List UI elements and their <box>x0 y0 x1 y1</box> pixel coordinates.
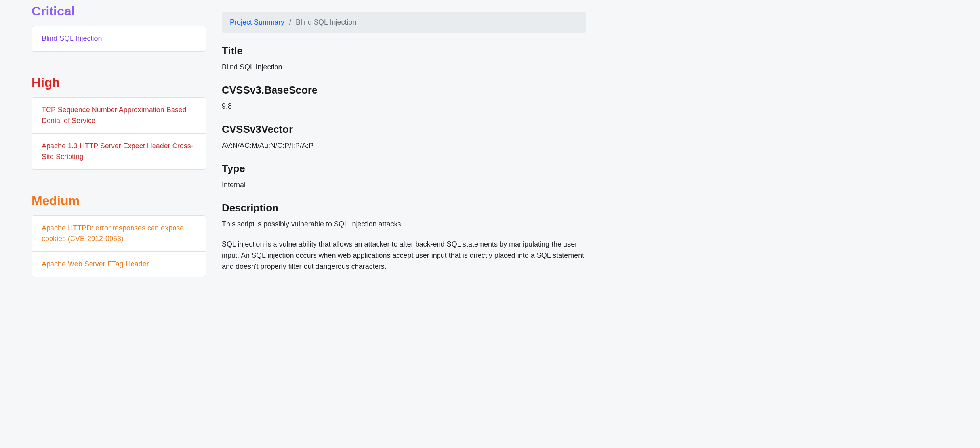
detail-basescore-value: 9.8 <box>222 101 586 112</box>
detail-title-label: Title <box>222 45 586 57</box>
detail-vector-value: AV:N/AC:M/Au:N/C:P/I:P/A:P <box>222 140 586 151</box>
detail-title-value: Blind SQL Injection <box>222 62 586 73</box>
vuln-list-high: TCP Sequence Number Approximation Based … <box>32 97 206 170</box>
vuln-item[interactable]: Blind SQL Injection <box>32 26 206 51</box>
breadcrumb: Project Summary / Blind SQL Injection <box>222 12 586 33</box>
vuln-item[interactable]: TCP Sequence Number Approximation Based … <box>32 98 206 134</box>
severity-section-medium: Medium Apache HTTPD: error responses can… <box>32 193 206 277</box>
severity-heading-medium: Medium <box>32 193 206 208</box>
detail-type-value: Internal <box>222 180 586 191</box>
vulnerability-detail: Project Summary / Blind SQL Injection Ti… <box>222 4 586 277</box>
description-paragraph: This script is possibly vulnerable to SQ… <box>222 219 586 230</box>
detail-type-label: Type <box>222 163 586 175</box>
severity-section-high: High TCP Sequence Number Approximation B… <box>32 75 206 170</box>
vuln-list-medium: Apache HTTPD: error responses can expose… <box>32 215 206 277</box>
vuln-item[interactable]: Apache HTTPD: error responses can expose… <box>32 216 206 252</box>
severity-heading-high: High <box>32 75 206 90</box>
detail-description-label: Description <box>222 202 586 214</box>
detail-description-value: This script is possibly vulnerable to SQ… <box>222 219 586 273</box>
vuln-list-critical: Blind SQL Injection <box>32 26 206 52</box>
breadcrumb-current: Blind SQL Injection <box>296 18 356 27</box>
vuln-item[interactable]: Apache 1.3 HTTP Server Expect Header Cro… <box>32 134 206 169</box>
detail-vector-label: CVSSv3Vector <box>222 123 586 136</box>
severity-heading-critical: Critical <box>32 4 206 19</box>
detail-basescore-label: CVSSv3.BaseScore <box>222 84 586 96</box>
breadcrumb-separator: / <box>289 18 291 27</box>
vulnerability-sidebar: Critical Blind SQL Injection High TCP Se… <box>32 4 206 277</box>
breadcrumb-link-project-summary[interactable]: Project Summary <box>230 18 284 27</box>
description-paragraph: SQL injection is a vulnerability that al… <box>222 239 586 272</box>
vuln-item[interactable]: Apache Web Server ETag Header <box>32 252 206 277</box>
severity-section-critical: Critical Blind SQL Injection <box>32 4 206 52</box>
